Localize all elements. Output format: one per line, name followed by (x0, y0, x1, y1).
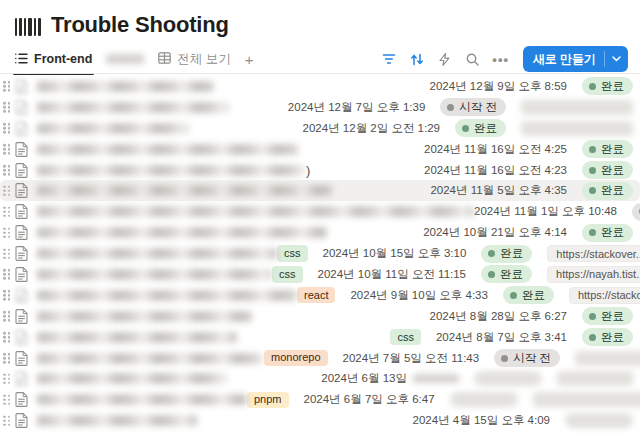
list-item[interactable]: 2024년 4월 15일 오후 4:09 (0, 410, 640, 431)
status-badge: 시작 전 (632, 203, 640, 221)
url-property[interactable] (521, 100, 633, 115)
row-properties: css2024년 10월 11일 오전 11:15완료https://nayah… (272, 265, 640, 283)
database-list-view: 2024년 12월 9일 오후 8:59완료 2024년 12월 7일 오후 1… (0, 76, 640, 437)
row-properties: 2024년 6월 13일 (321, 371, 633, 386)
drag-handle-icon[interactable] (3, 374, 11, 385)
drag-handle-icon[interactable] (3, 290, 11, 301)
document-icon (15, 142, 29, 157)
redacted-title (37, 227, 327, 238)
date-property: 2024년 11월 5일 오후 4:35 (430, 183, 567, 198)
drag-handle-icon[interactable] (3, 248, 11, 259)
list-item[interactable]: pnpm2024년 6월 7일 오후 6:47 (0, 389, 640, 410)
status-badge: 완료 (503, 286, 554, 304)
url-property[interactable] (521, 121, 633, 136)
status-badge: 완료 (582, 224, 633, 242)
tag-badge: monorepo (264, 350, 328, 366)
drag-handle-icon[interactable] (3, 165, 11, 176)
drag-handle-icon[interactable] (3, 102, 11, 113)
row-properties: 2024년 8월 28일 오후 6:27완료 (430, 307, 633, 325)
drag-handle-icon[interactable] (3, 144, 11, 155)
row-properties: css2024년 10월 15일 오후 3:10완료https://stacko… (277, 245, 640, 263)
search-icon[interactable] (463, 49, 483, 69)
document-icon (15, 413, 29, 428)
list-item[interactable]: 2024년 6월 13일 (0, 368, 640, 389)
filter-icon[interactable] (379, 49, 399, 69)
zap-icon[interactable] (435, 49, 455, 69)
status-badge: 완료 (481, 245, 532, 263)
new-entry-button[interactable]: 새로 만들기 (523, 46, 628, 72)
barcode-icon (15, 14, 41, 36)
tab-redacted[interactable] (106, 44, 144, 74)
drag-handle-icon[interactable] (3, 123, 11, 134)
status-badge: 완료 (582, 140, 633, 158)
list-item[interactable]: 2024년 11월 1일 오후 10:48시작 전 (0, 201, 640, 222)
url-property[interactable]: https://stackover... (569, 287, 640, 304)
more-icon[interactable]: ••• (491, 49, 511, 69)
sort-icon[interactable] (407, 49, 427, 69)
status-dot-icon (488, 271, 495, 278)
list-item[interactable]: monorepo2024년 7월 5일 오전 11:43시작 전 (0, 348, 640, 369)
new-entry-label: 새로 만들기 (523, 51, 604, 68)
drag-handle-icon[interactable] (3, 81, 11, 92)
list-item[interactable]: css2024년 8월 7일 오후 3:41완료 (0, 327, 640, 348)
drag-handle-icon[interactable] (3, 332, 11, 343)
list-item[interactable]: ) 2024년 11월 16일 오전 4:23완료 (0, 160, 640, 181)
list-item[interactable]: 2024년 8월 28일 오후 6:27완료 (0, 306, 640, 327)
list-item[interactable]: 2024년 12월 2일 오전 1:29완료 (0, 118, 640, 139)
url-property[interactable] (575, 351, 640, 366)
row-properties: 2024년 11월 5일 오후 4:35완료 (430, 182, 633, 200)
row-properties: react2024년 9월 10일 오후 4:33완료https://stack… (297, 286, 640, 304)
drag-handle-icon[interactable] (3, 353, 11, 364)
status-dot-icon (447, 104, 454, 111)
date-property: 2024년 4월 15일 오후 4:09 (413, 413, 550, 428)
drag-handle-icon[interactable] (3, 395, 11, 406)
drag-handle-icon[interactable] (3, 186, 11, 197)
url-property[interactable] (557, 371, 633, 386)
tag-badge: css (272, 266, 303, 282)
status-badge: 시작 전 (440, 98, 506, 116)
redacted-title (37, 311, 252, 322)
date-property: 2024년 10월 21일 오후 4:14 (423, 225, 567, 240)
row-properties: pnpm2024년 6월 7일 오후 6:47 (247, 392, 640, 408)
drag-handle-icon[interactable] (3, 269, 11, 280)
document-icon (15, 330, 29, 345)
list-item[interactable]: 2024년 10월 21일 오후 4:14완료 (0, 222, 640, 243)
document-icon (15, 163, 29, 178)
list-item[interactable]: css2024년 10월 11일 오전 11:15완료https://nayah… (0, 264, 640, 285)
chevron-down-icon[interactable] (605, 56, 628, 62)
row-properties: 2024년 10월 21일 오후 4:14완료 (423, 224, 633, 242)
document-icon (15, 392, 29, 407)
drag-handle-icon[interactable] (3, 311, 11, 322)
status-badge: 완료 (582, 77, 633, 95)
drag-handle-icon[interactable] (3, 227, 11, 238)
status-badge: 완료 (455, 119, 506, 137)
row-properties: 2024년 11월 1일 오후 10:48시작 전 (474, 203, 640, 221)
list-item[interactable]: 2024년 11월 5일 오후 4:35완료 (0, 180, 640, 201)
date-property: 2024년 6월 13일 (321, 371, 407, 386)
date-property: 2024년 11월 16일 오전 4:25 (424, 142, 567, 157)
status-dot-icon (501, 355, 508, 362)
date-property: 2024년 8월 28일 오후 6:27 (430, 309, 567, 324)
url-property[interactable]: https://stackover... (547, 245, 640, 262)
list-item[interactable]: 2024년 11월 16일 오전 4:25완료 (0, 139, 640, 160)
document-icon (15, 79, 29, 94)
date-property: 2024년 12월 9일 오후 8:59 (430, 79, 567, 94)
status-dot-icon (589, 187, 596, 194)
title-suffix: ) (306, 163, 310, 178)
list-item[interactable]: 2024년 12월 9일 오후 8:59완료 (0, 76, 640, 97)
add-view-button[interactable]: + (245, 51, 254, 68)
page-title: Trouble Shooting (51, 12, 229, 38)
drag-handle-icon[interactable] (3, 415, 11, 426)
status-badge: 시작 전 (494, 349, 560, 367)
redacted-title (37, 123, 189, 134)
list-item[interactable]: 2024년 12월 7일 오후 1:39시작 전 (0, 97, 640, 118)
tab-all-view[interactable]: 전체 보기 (158, 44, 230, 74)
url-property[interactable]: https://nayah.tist... (547, 266, 640, 283)
tab-front-end[interactable]: Front-end (15, 44, 92, 74)
list-item[interactable]: css2024년 10월 15일 오후 3:10완료https://stacko… (0, 243, 640, 264)
drag-handle-icon[interactable] (3, 207, 11, 218)
url-property[interactable] (533, 392, 640, 407)
list-item[interactable]: react2024년 9월 10일 오후 4:33완료https://stack… (0, 285, 640, 306)
row-properties: 2024년 4월 15일 오후 4:09 (413, 413, 633, 428)
status-badge: 완료 (582, 307, 633, 325)
